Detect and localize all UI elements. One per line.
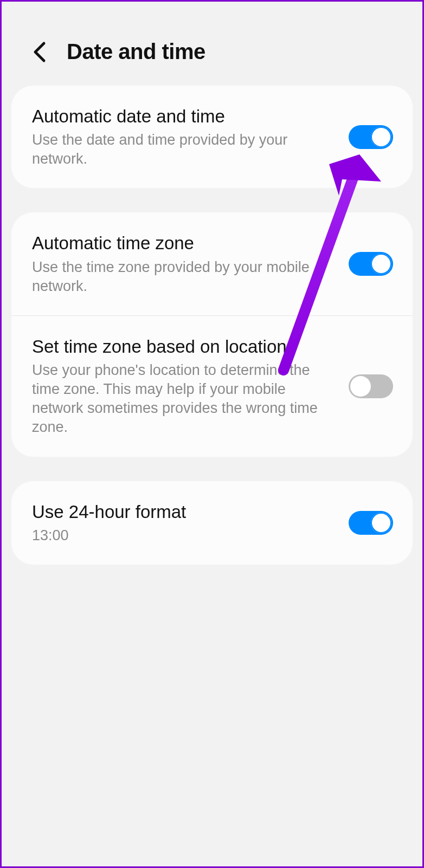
row-title: Automatic date and time	[32, 105, 338, 127]
row-text: Automatic time zone Use the time zone pr…	[32, 232, 338, 295]
row-location-time-zone[interactable]: Set time zone based on location Use your…	[11, 315, 413, 457]
header: Date and time	[2, 2, 422, 86]
row-text: Set time zone based on location Use your…	[32, 335, 338, 437]
settings-group-format: Use 24-hour format 13:00	[11, 481, 413, 565]
back-button[interactable]	[29, 41, 50, 63]
row-subtitle: 13:00	[32, 526, 319, 545]
row-subtitle: Use the time zone provided by your mobil…	[32, 258, 319, 296]
toggle-location-time-zone[interactable]	[349, 374, 393, 398]
row-title: Set time zone based on location	[32, 335, 338, 358]
row-text: Use 24-hour format 13:00	[32, 501, 338, 545]
toggle-auto-time-zone[interactable]	[349, 252, 393, 276]
toggle-auto-date-time[interactable]	[349, 125, 393, 149]
settings-group-time-zone: Automatic time zone Use the time zone pr…	[11, 212, 413, 456]
row-auto-time-zone[interactable]: Automatic time zone Use the time zone pr…	[11, 212, 413, 315]
row-24-hour-format[interactable]: Use 24-hour format 13:00	[11, 481, 413, 565]
row-title: Use 24-hour format	[32, 501, 338, 523]
row-text: Automatic date and time Use the date and…	[32, 105, 338, 169]
chevron-left-icon	[33, 41, 47, 63]
row-auto-date-time[interactable]: Automatic date and time Use the date and…	[11, 86, 413, 188]
toggle-24-hour-format[interactable]	[349, 511, 393, 535]
row-subtitle: Use your phone's location to determine t…	[32, 361, 319, 437]
settings-group-auto-date: Automatic date and time Use the date and…	[11, 86, 413, 188]
row-subtitle: Use the date and time provided by your n…	[32, 131, 319, 169]
row-title: Automatic time zone	[32, 232, 338, 254]
page-title: Date and time	[67, 40, 205, 64]
